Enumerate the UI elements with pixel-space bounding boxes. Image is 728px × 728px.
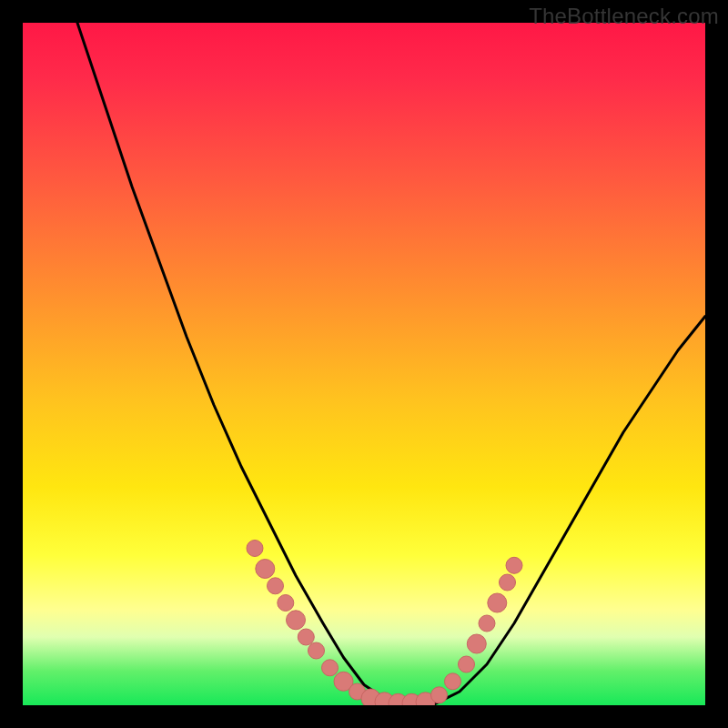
data-marker <box>431 687 448 703</box>
data-marker <box>445 673 461 690</box>
data-marker <box>506 557 522 573</box>
data-marker <box>256 560 275 579</box>
data-marker <box>247 541 263 557</box>
data-marker <box>479 615 495 632</box>
data-marker <box>322 660 339 676</box>
bottleneck-curve <box>77 23 705 705</box>
data-marker <box>298 629 314 645</box>
data-marker <box>308 642 325 659</box>
data-marker <box>488 593 507 612</box>
data-marker <box>467 634 486 653</box>
data-marker <box>459 656 475 672</box>
data-marker <box>287 611 306 630</box>
bottleneck-curve-svg <box>23 23 705 705</box>
data-marker <box>278 595 294 612</box>
data-marker <box>500 574 516 591</box>
data-marker <box>268 578 284 594</box>
